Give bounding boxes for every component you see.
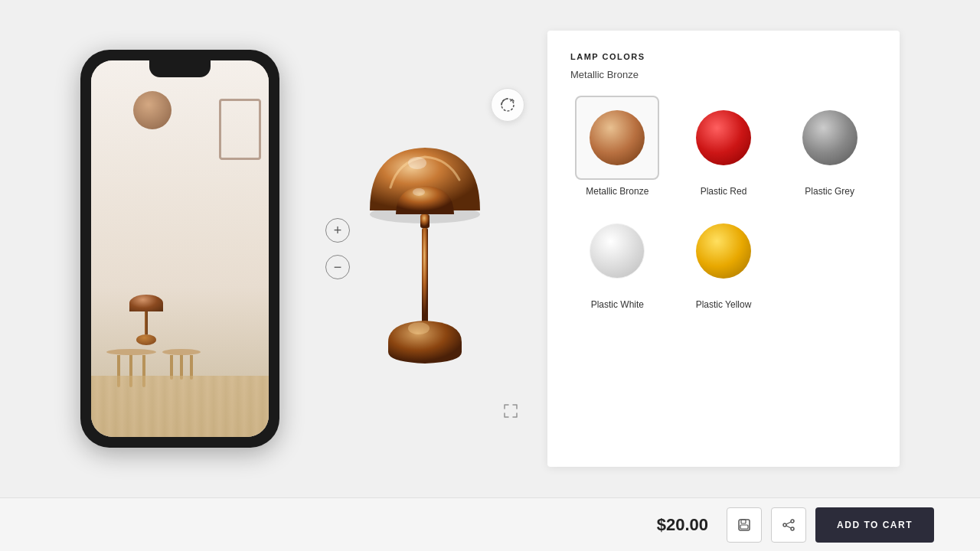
color-swatch-wrapper-plastic-white	[575, 209, 659, 293]
color-swatch-plastic-yellow	[696, 223, 751, 279]
svg-point-2	[408, 157, 426, 169]
color-panel: LAMP COLORS Metallic Bronze Metallic Bro…	[547, 31, 900, 467]
price-display: $20.00	[657, 515, 708, 535]
save-button[interactable]	[727, 507, 762, 543]
color-option-plastic-grey[interactable]: Plastic Grey	[782, 96, 877, 197]
svg-line-14	[786, 522, 791, 524]
bottom-bar: $20.00 ADD TO CART	[0, 497, 980, 551]
room-scene	[91, 60, 269, 437]
color-label-plastic-grey: Plastic Grey	[805, 186, 854, 197]
share-button[interactable]	[771, 507, 806, 543]
zoom-in-button[interactable]: +	[325, 218, 350, 243]
svg-point-11	[791, 520, 794, 523]
svg-point-12	[791, 527, 794, 530]
lamp-svg	[348, 96, 501, 402]
color-label-plastic-yellow: Plastic Yellow	[696, 299, 752, 310]
selected-color-name: Metallic Bronze	[570, 69, 877, 80]
color-option-plastic-red[interactable]: Plastic Red	[677, 96, 771, 197]
svg-line-15	[786, 526, 791, 528]
svg-point-13	[783, 523, 786, 527]
color-option-metallic-bronze[interactable]: Metallic Bronze	[570, 96, 665, 197]
main-area: + −	[0, 0, 980, 497]
save-icon	[737, 518, 751, 532]
chair	[219, 99, 261, 160]
mini-lamp	[129, 295, 163, 345]
color-swatch-wrapper-plastic-yellow	[681, 209, 766, 293]
color-option-plastic-white[interactable]: Plastic White	[570, 209, 665, 310]
floor-texture	[91, 376, 269, 437]
color-panel-title: LAMP COLORS	[570, 52, 877, 61]
phone-notch	[149, 60, 211, 77]
color-swatch-plastic-white	[590, 223, 645, 279]
color-swatch-plastic-grey	[802, 110, 858, 165]
color-swatch-metallic-bronze	[590, 110, 645, 165]
color-swatch-wrapper-metallic-bronze	[575, 96, 659, 180]
color-swatch-wrapper-plastic-grey	[788, 96, 872, 180]
color-grid: Metallic Bronze Plastic Red Plastic Grey	[570, 96, 877, 310]
color-swatch-wrapper-plastic-red	[681, 96, 766, 180]
color-swatch-plastic-red	[696, 110, 751, 165]
phone-mockup	[80, 50, 279, 448]
phone-screen	[91, 60, 269, 437]
zoom-controls: + −	[325, 218, 350, 279]
add-to-cart-button[interactable]: ADD TO CART	[815, 507, 934, 543]
lamp-3d-model	[348, 96, 501, 402]
color-label-plastic-white: Plastic White	[591, 299, 644, 310]
color-option-plastic-yellow[interactable]: Plastic Yellow	[677, 209, 771, 310]
color-label-plastic-red: Plastic Red	[701, 186, 747, 197]
rotate-icon	[499, 96, 516, 113]
share-icon	[782, 518, 795, 532]
svg-rect-5	[422, 228, 428, 328]
svg-rect-10	[740, 525, 748, 529]
zoom-out-button[interactable]: −	[325, 255, 350, 279]
color-label-metallic-bronze: Metallic Bronze	[586, 186, 648, 197]
wall-decor	[133, 91, 172, 129]
fullscreen-icon-button[interactable]	[497, 397, 524, 425]
fullscreen-icon	[502, 403, 519, 419]
svg-point-7	[408, 322, 430, 334]
svg-rect-4	[420, 214, 430, 228]
viewer-area: + −	[302, 65, 547, 432]
svg-point-3	[413, 188, 425, 196]
